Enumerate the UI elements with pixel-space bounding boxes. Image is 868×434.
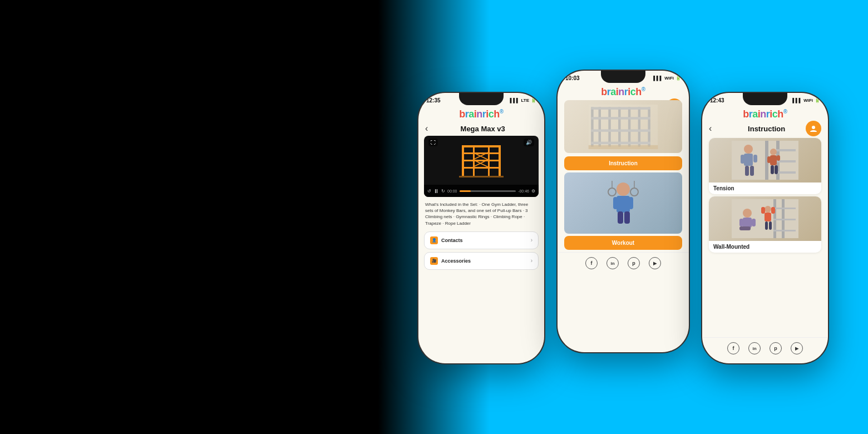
phone2-logo: brainrich®	[558, 83, 689, 100]
svg-rect-61	[773, 230, 796, 231]
phone3-youtube-icon[interactable]: ▶	[791, 342, 803, 354]
phone1-time: 12:35	[426, 97, 441, 103]
youtube-icon[interactable]: ▶	[649, 257, 661, 269]
phone3-logo: brainrich®	[702, 105, 828, 122]
time-elapsed: 00:00	[447, 189, 457, 193]
svg-point-33	[608, 188, 616, 196]
svg-rect-38	[732, 141, 798, 180]
svg-rect-60	[773, 219, 796, 220]
video-content	[424, 136, 539, 188]
progress-fill	[460, 190, 471, 192]
video-controls[interactable]: ↺ ⏸ ↻ 00:00 -00:46 ⚙	[424, 185, 539, 197]
svg-rect-28	[617, 196, 630, 213]
svg-rect-20	[648, 107, 650, 146]
svg-rect-48	[745, 166, 749, 176]
phone3-profile-button[interactable]	[806, 121, 821, 136]
pause-icon[interactable]: ⏸	[433, 188, 439, 194]
volume-icon[interactable]: 🔊	[524, 139, 534, 146]
phone2-notch	[601, 71, 645, 83]
svg-point-50	[770, 149, 777, 155]
svg-rect-4	[462, 160, 501, 161]
phone3-facebook-icon[interactable]: f	[727, 342, 739, 354]
svg-rect-0	[462, 145, 464, 176]
svg-rect-64	[739, 219, 743, 226]
contacts-chevron: ›	[531, 237, 532, 243]
boy-illustration	[601, 178, 645, 228]
phone3-instagram-icon[interactable]: in	[748, 342, 761, 354]
svg-rect-41	[776, 149, 796, 151]
svg-rect-29	[613, 197, 618, 209]
profile-button[interactable]	[667, 98, 682, 114]
svg-rect-24	[591, 141, 650, 144]
svg-rect-53	[777, 155, 780, 161]
wall-mounted-label: Wall-Mounted	[709, 241, 821, 253]
svg-rect-1	[499, 145, 501, 176]
rewind-icon[interactable]: ↺	[427, 189, 431, 194]
accessories-label: Accessories	[441, 258, 471, 264]
workout-button[interactable]: Workout	[564, 236, 682, 250]
right-cyan-section: 12:35 ▌▌▌ LTE 🔋 brainrich® ‹ Mega Max v3	[378, 0, 868, 434]
gym-illustration	[459, 142, 504, 181]
svg-rect-30	[629, 197, 633, 209]
svg-rect-43	[776, 171, 796, 174]
svg-point-62	[743, 209, 752, 218]
svg-rect-51	[770, 155, 777, 165]
svg-rect-58	[773, 199, 776, 238]
instruction-back-button[interactable]: ‹	[709, 124, 712, 134]
contacts-menu-item[interactable]: 👤 Contacts ›	[424, 231, 539, 249]
social-bar-phone3: f in p ▶	[702, 337, 828, 359]
phone3-status-icons: ▌▌▌ WiFi 🔋	[792, 98, 820, 103]
svg-point-13	[673, 103, 676, 107]
svg-rect-6	[473, 145, 475, 176]
phone2-status-icons: ▌▌▌ WiFi 🔋	[653, 76, 681, 81]
instruction-page-title: Instruction	[712, 125, 821, 133]
phone3-notch	[743, 93, 787, 105]
boy-rings-image	[564, 172, 682, 234]
svg-line-10	[473, 160, 488, 167]
svg-rect-15	[599, 107, 601, 146]
fullscreen-icon[interactable]: ⛶	[428, 139, 438, 146]
svg-line-8	[473, 152, 488, 160]
phone-instruction: 12:43 ▌▌▌ WiFi 🔋 brainrich®	[701, 92, 829, 364]
phone2-logo-area: brainrich®	[558, 83, 689, 100]
instruction-button[interactable]: Instruction	[564, 156, 682, 170]
progress-bar[interactable]	[460, 190, 516, 192]
tension-illustration	[732, 141, 798, 180]
video-player[interactable]: ⛶ 🔊	[424, 136, 539, 197]
phone-brainrich-main: 10:03 ▌▌▌ WiFi 🔋 brainrich®	[556, 70, 690, 353]
svg-rect-71	[765, 221, 768, 230]
svg-rect-16	[608, 107, 610, 146]
accessories-menu-item[interactable]: 🎥 Accessories ›	[424, 252, 539, 270]
svg-rect-70	[771, 207, 775, 214]
phone3-logo-area: brainrich®	[702, 105, 828, 122]
svg-rect-26	[589, 105, 658, 149]
svg-rect-32	[624, 211, 630, 224]
back-button[interactable]: ‹	[425, 124, 428, 134]
svg-rect-57	[782, 199, 785, 238]
svg-rect-22	[591, 117, 650, 119]
svg-point-34	[630, 188, 638, 196]
svg-rect-42	[776, 160, 796, 162]
wall-mounted-card[interactable]: Wall-Mounted	[709, 196, 821, 253]
svg-rect-49	[750, 166, 754, 176]
svg-rect-21	[591, 107, 650, 109]
tension-card[interactable]: Tension	[709, 138, 821, 194]
phone3-profile-icon	[810, 125, 817, 132]
phone3-screen: 12:43 ▌▌▌ WiFi 🔋 brainrich®	[702, 93, 828, 363]
phone3-pinterest-icon[interactable]: p	[770, 342, 782, 354]
svg-rect-55	[775, 165, 778, 174]
svg-rect-63	[743, 218, 752, 228]
svg-point-67	[765, 206, 771, 213]
forward-icon[interactable]: ↻	[441, 189, 445, 194]
instagram-icon[interactable]: in	[606, 257, 619, 269]
svg-point-44	[744, 145, 753, 154]
pinterest-icon[interactable]: p	[628, 257, 640, 269]
facebook-icon[interactable]: f	[585, 257, 598, 269]
product-gym-image	[564, 100, 682, 153]
settings-icon[interactable]: ⚙	[531, 189, 535, 194]
svg-rect-56	[732, 199, 798, 238]
phone1-logo: brainrich®	[418, 105, 544, 122]
time-remaining: -00:46	[518, 189, 529, 193]
svg-rect-69	[761, 207, 765, 214]
svg-line-9	[473, 152, 488, 160]
